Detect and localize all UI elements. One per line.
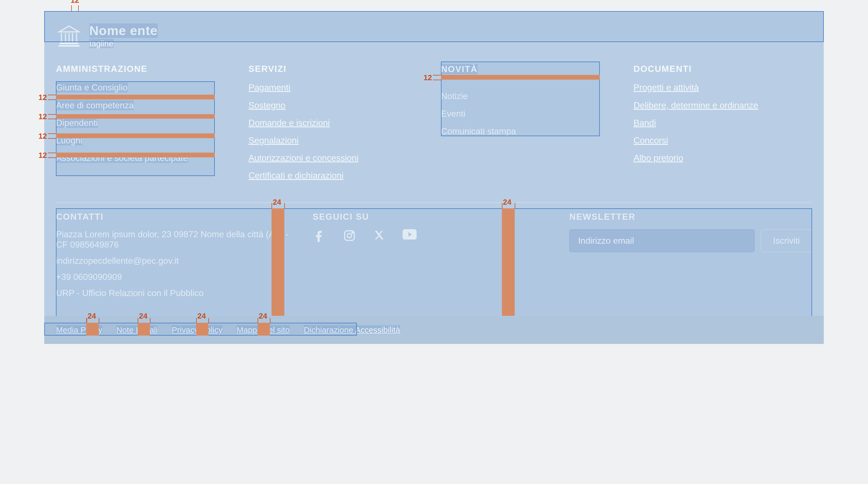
- footer: Nome ente tagline 12 AMMINISTRAZIONE Giu…: [44, 11, 824, 344]
- link-segnalazioni[interactable]: Segnalazioni: [248, 135, 299, 145]
- tick: [515, 203, 515, 208]
- tick: [99, 318, 99, 323]
- column-amministrazione: AMMINISTRAZIONE Giunta e Consiglio Aree …: [56, 64, 235, 188]
- instagram-icon[interactable]: [343, 229, 356, 244]
- bottom-links: Media Policy Note Legali Privacy Policy …: [56, 324, 812, 335]
- tick: [196, 318, 197, 323]
- spacing-label: 12: [38, 132, 47, 141]
- footer-bottom: Media Policy Note Legali Privacy Policy …: [44, 316, 824, 344]
- column-novita: NOVITÀ Notizie Eventi Comunicati stampa …: [441, 64, 620, 188]
- contacts-block: CONTATTI Piazza Lorem ipsum dolor, 23 09…: [56, 212, 299, 304]
- tick: [71, 5, 72, 11]
- link-autorizzazioni[interactable]: Autorizzazioni e concessioni: [248, 153, 359, 163]
- column-header-documenti: DOCUMENTI: [633, 64, 812, 74]
- newsletter-email-input[interactable]: [569, 229, 755, 252]
- tick: [48, 95, 56, 95]
- link-note-legali[interactable]: Note Legali: [116, 325, 158, 335]
- tick: [284, 203, 285, 208]
- link-media-policy[interactable]: Media Policy: [56, 325, 102, 335]
- youtube-icon[interactable]: [403, 229, 416, 244]
- link-domande[interactable]: Domande e iscrizioni: [248, 118, 330, 128]
- divider: [56, 202, 812, 203]
- tick: [48, 152, 56, 153]
- column-header-novita: NOVITÀ: [441, 64, 478, 74]
- column-header-amministrazione: AMMINISTRAZIONE: [56, 64, 235, 74]
- link-eventi[interactable]: Eventi: [441, 109, 465, 119]
- social-header: SEGUICI SU: [313, 212, 555, 222]
- site-title: Nome ente: [89, 23, 158, 38]
- newsletter-header: NEWSLETTER: [569, 212, 812, 222]
- tick: [433, 80, 441, 80]
- link-giunta-consiglio[interactable]: Giunta e Consiglio: [56, 82, 127, 92]
- link-comunicati[interactable]: Comunicati stampa: [441, 126, 516, 136]
- link-luoghi[interactable]: Luoghi: [56, 135, 82, 145]
- facebook-icon[interactable]: [313, 229, 326, 244]
- tick: [86, 318, 87, 323]
- tick: [48, 99, 56, 100]
- link-accessibilita[interactable]: Dichiarazione Accessibilità: [304, 325, 400, 335]
- contact-urp: URP - Ufficio Relazioni con il Pubblico: [56, 288, 299, 298]
- footer-main: Nome ente tagline 12 AMMINISTRAZIONE Giu…: [44, 11, 824, 316]
- link-certificati[interactable]: Certificati e dichiarazioni: [248, 170, 343, 180]
- spacing-label: 12: [38, 112, 47, 121]
- column-servizi: SERVIZI Pagamenti Sostegno Domande e isc…: [248, 64, 427, 188]
- link-progetti[interactable]: Progetti e attività: [633, 82, 699, 92]
- link-delibere[interactable]: Delibere, determine e ordinanze: [633, 100, 758, 110]
- contact-row: CONTATTI Piazza Lorem ipsum dolor, 23 09…: [56, 212, 812, 304]
- link-albo[interactable]: Albo pretorio: [633, 153, 683, 163]
- tick: [208, 318, 209, 323]
- spacing-label: 12: [38, 151, 47, 160]
- svg-point-9: [352, 232, 353, 233]
- footer-columns: AMMINISTRAZIONE Giunta e Consiglio Aree …: [56, 64, 812, 188]
- social-block: SEGUICI SU: [313, 212, 555, 304]
- newsletter-block: NEWSLETTER Iscriviti: [569, 212, 812, 304]
- logo-title-block: Nome ente tagline: [56, 23, 812, 49]
- tick: [270, 318, 271, 323]
- link-mappa-sito[interactable]: Mappa del sito: [237, 325, 289, 335]
- tick: [138, 318, 138, 323]
- x-twitter-icon[interactable]: [373, 229, 385, 244]
- link-concorsi[interactable]: Concorsi: [633, 135, 668, 145]
- tick: [502, 203, 502, 208]
- tick: [48, 138, 56, 139]
- tick: [258, 318, 258, 323]
- link-notizie[interactable]: Notizie: [441, 91, 468, 101]
- tick: [78, 5, 79, 11]
- link-privacy-policy[interactable]: Privacy Policy: [172, 325, 223, 335]
- tick: [48, 114, 56, 115]
- link-pagamenti[interactable]: Pagamenti: [248, 82, 290, 92]
- link-aree-competenza[interactable]: Aree di competenza: [56, 100, 134, 110]
- link-dipendenti[interactable]: Dipendenti: [56, 118, 98, 128]
- site-tagline: tagline: [89, 39, 114, 48]
- contact-address: Piazza Lorem ipsum dolor, 23 09872 Nome …: [56, 229, 299, 250]
- tick: [48, 119, 56, 119]
- tick: [433, 75, 441, 76]
- tick: [150, 318, 151, 323]
- contact-pec: indirizzopecdellente@pec.gov.it: [56, 256, 299, 266]
- tick: [48, 133, 56, 134]
- tick: [48, 157, 56, 158]
- contact-phone: +39 0609090909: [56, 272, 299, 282]
- link-associazioni[interactable]: Associazioni e società partecipate: [56, 153, 188, 163]
- link-sostegno[interactable]: Sostegno: [248, 100, 285, 110]
- column-documenti: DOCUMENTI Progetti e attività Delibere, …: [633, 64, 812, 188]
- spacing-label: 12: [38, 93, 47, 102]
- svg-point-8: [347, 233, 351, 237]
- newsletter-subscribe-button[interactable]: Iscriviti: [761, 229, 812, 252]
- tick: [272, 203, 272, 208]
- column-header-servizi: SERVIZI: [248, 64, 427, 74]
- spacing-label: 12: [71, 0, 79, 5]
- link-bandi[interactable]: Bandi: [633, 118, 656, 128]
- institution-logo-icon: [56, 23, 82, 49]
- contacts-header: CONTATTI: [56, 212, 299, 222]
